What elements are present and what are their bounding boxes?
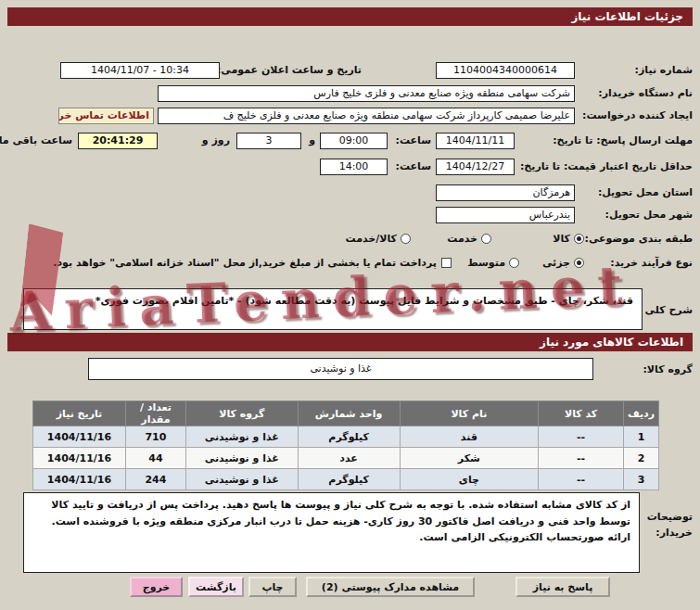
buyer-org-field[interactable]: شرکت سهامی منطقه ویژه صنایع معدنی و فلزی… [158,85,575,102]
buyer-notes-label: توضیحات خریدار: [635,510,693,540]
classification-label: طبقه بندی موضوعی: [585,231,693,248]
process-option-medium-label: متوسط [467,257,505,269]
procurement-need-details-page: { "watermark": { "text": "AriaTender.net… [0,0,700,610]
cell-item-code: -- [539,448,624,469]
remaining-days-field[interactable]: 3 [236,133,301,149]
request-creator-label: ایجاد کننده درخواست: [582,108,693,124]
classification-option-service[interactable]: خدمت [447,231,491,248]
buyer-contact-button[interactable]: اطلاعات تماس خریدار [58,108,154,124]
reply-deadline-date-field[interactable]: 1404/11/11 [436,133,515,149]
goods-table: ردیف کد کالا نام کالا واحد شمارش گروه کا… [32,400,659,490]
countdown-timer: 20:41:29 [78,133,158,149]
price-validity-date-field[interactable]: 1404/12/27 [436,159,515,175]
process-option-medium[interactable]: متوسط [467,255,519,272]
cell-row-number: 2 [624,448,659,469]
need-number-label: شماره نیاز: [635,62,693,79]
table-header-row: ردیف کد کالا نام کالا واحد شمارش گروه کا… [33,401,659,426]
radio-medium-icon[interactable] [509,258,519,268]
goods-group-label: گروه کالا: [643,362,693,378]
exit-button[interactable]: خروج [130,577,183,597]
price-validity-label: حداقل تاریخ اعتبار قیمت: تا تاریخ: [520,159,693,175]
print-button[interactable]: چاپ [248,577,297,597]
classification-option-goods-service-label: کالا/خدمت [346,233,397,245]
radio-goods-icon[interactable] [574,234,584,244]
reply-deadline-label: مهلت ارسال پاسخ: تا تاریخ: [553,133,693,149]
col-item-code: کد کالا [539,401,624,426]
page-title: جزئیات اطلاعات نیاز [7,7,693,26]
radio-service-icon[interactable] [481,234,491,244]
col-quantity: تعداد / مقدار [125,401,185,426]
days-and-label: روز و [202,133,230,149]
cell-item-group: غذا و نوشیدنی [185,469,298,490]
request-creator-field[interactable]: علیرضا صمیمی کارپرداز شرکت سهامی منطقه و… [158,108,575,124]
hours-remaining-label: ساعت باقی مانده [0,133,72,149]
col-need-date: تاریخ نیاز [33,401,126,426]
cell-item-code: -- [539,426,624,448]
delivery-province-label: استان محل تحویل: [598,184,693,201]
cell-count-unit: کیلوگرم [298,469,400,490]
announce-datetime-label: تاریخ و ساعت اعلان عمومی: [217,62,362,79]
col-count-unit: واحد شمارش [298,401,400,426]
goods-group-field[interactable]: غذا و نوشیدنی [88,358,593,380]
goods-section-title: اطلاعات کالاهای مورد نیاز [7,333,693,351]
process-type-label: نوع فرآیند خرید: [610,255,693,272]
cell-row-number: 1 [624,426,659,448]
delivery-city-field[interactable]: بندرعباس [436,207,575,223]
cell-item-name: چای [400,469,539,490]
treasury-payment-option[interactable]: پرداخت تمام یا بخشی از مبلغ خرید,از محل … [53,255,452,272]
cell-need-date: 1404/11/16 [33,426,126,448]
col-row-number: ردیف [624,401,659,426]
and-label: و [309,133,315,149]
classification-option-service-label: خدمت [447,233,477,245]
delivery-city-label: شهر محل تحویل: [605,207,693,223]
cell-count-unit: عدد [298,448,400,469]
cell-item-name: قند [400,426,539,448]
need-number-field[interactable]: 1104004340000614 [436,62,575,79]
cell-count-unit: کیلوگرم [298,426,400,448]
classification-option-goods[interactable]: کالا [553,231,584,248]
cell-need-date: 1404/11/16 [33,448,126,469]
cell-need-date: 1404/11/16 [33,469,126,490]
cell-item-group: غذا و نوشیدنی [185,448,298,469]
process-option-minor[interactable]: جزئی [542,255,584,272]
announce-datetime-field[interactable]: 1404/11/07 - 10:34 [60,62,220,79]
reply-to-need-button[interactable]: پاسخ به نیاز [515,577,610,597]
buyer-notes-box[interactable]: از کد کالای مشابه استفاده شده. با توجه ب… [23,492,640,573]
cell-item-name: شکر [400,448,539,469]
price-validity-hour-field[interactable]: 14:00 [320,159,388,175]
col-item-group: گروه کالا [185,401,298,426]
buyer-org-label: نام دستگاه خریدار: [598,85,693,102]
treasury-payment-label: پرداخت تمام یا بخشی از مبلغ خرید,از محل … [53,257,437,269]
cell-item-group: غذا و نوشیدنی [185,426,298,448]
radio-goods-service-icon[interactable] [401,234,411,244]
price-validity-hour-label: ساعت: [395,159,431,175]
classification-option-goods-service[interactable]: کالا/خدمت [346,231,411,248]
table-row: 2 -- شکر عدد غذا و نوشیدنی 44 1404/11/16 [33,448,659,469]
need-description-box[interactable]: قند، شکر، چای - طبق مشخصات و شرایط فایل … [23,288,643,330]
cell-quantity: 244 [125,469,185,490]
radio-minor-icon[interactable] [574,258,584,268]
process-option-minor-label: جزئی [542,257,570,269]
delivery-province-field[interactable]: هرمزگان [436,184,575,201]
cell-row-number: 3 [624,469,659,490]
cell-quantity: 710 [125,426,185,448]
back-button[interactable]: بازگشت [188,577,244,597]
table-row: 3 -- چای کیلوگرم غذا و نوشیدنی 244 1404/… [33,469,659,490]
classification-option-goods-label: کالا [553,233,570,245]
table-row: 1 -- قند کیلوگرم غذا و نوشیدنی 710 1404/… [33,426,659,448]
col-item-name: نام کالا [400,401,539,426]
reply-deadline-hour-field[interactable]: 09:00 [320,133,388,149]
treasury-checkbox-icon[interactable] [441,258,452,268]
reply-deadline-hour-label: ساعت: [395,133,431,149]
cell-item-code: -- [539,469,624,490]
cell-quantity: 44 [125,448,185,469]
view-attachments-button[interactable]: مشاهده مدارک پیوستی (2) [306,577,475,597]
